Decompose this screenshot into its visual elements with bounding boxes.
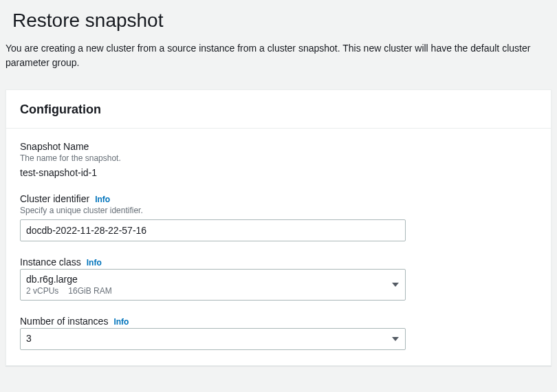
configuration-panel: Configuration Snapshot Name The name for… [6, 89, 551, 366]
cluster-identifier-label: Cluster identifier [20, 193, 89, 204]
instance-class-ram: 16GiB RAM [68, 286, 111, 296]
number-of-instances-label: Number of instances [20, 316, 108, 327]
number-of-instances-select[interactable]: 3 [20, 328, 406, 350]
snapshot-name-label: Snapshot Name [20, 141, 89, 152]
snapshot-name-hint: The name for the snapshot. [20, 153, 537, 163]
instance-class-value: db.r6g.large [26, 274, 384, 285]
instance-class-info-link[interactable]: Info [87, 258, 102, 268]
panel-header: Configuration [6, 90, 551, 129]
panel-body: Snapshot Name The name for the snapshot.… [6, 129, 551, 365]
instance-class-field: Instance class Info db.r6g.large 2 vCPUs… [20, 257, 537, 301]
cluster-identifier-info-link[interactable]: Info [95, 195, 110, 204]
snapshot-name-field: Snapshot Name The name for the snapshot.… [20, 141, 537, 178]
number-of-instances-field: Number of instances Info 3 [20, 316, 537, 350]
cluster-identifier-input[interactable] [20, 219, 406, 241]
number-of-instances-value: 3 [26, 333, 32, 345]
instance-class-label: Instance class [20, 257, 81, 268]
cluster-identifier-field: Cluster identifier Info Specify a unique… [20, 193, 537, 241]
page-title: Restore snapshot [12, 10, 551, 32]
number-of-instances-info-link[interactable]: Info [113, 317, 129, 327]
cluster-identifier-hint: Specify a unique cluster identifier. [20, 206, 537, 215]
instance-class-sub: 2 vCPUs16GiB RAM [26, 286, 384, 296]
panel-title: Configuration [20, 102, 537, 117]
snapshot-name-value: test-snapshot-id-1 [20, 167, 537, 178]
page-description: You are creating a new cluster from a so… [6, 41, 545, 70]
instance-class-select[interactable]: db.r6g.large 2 vCPUs16GiB RAM [20, 269, 406, 301]
instance-class-cpu: 2 vCPUs [26, 286, 58, 296]
